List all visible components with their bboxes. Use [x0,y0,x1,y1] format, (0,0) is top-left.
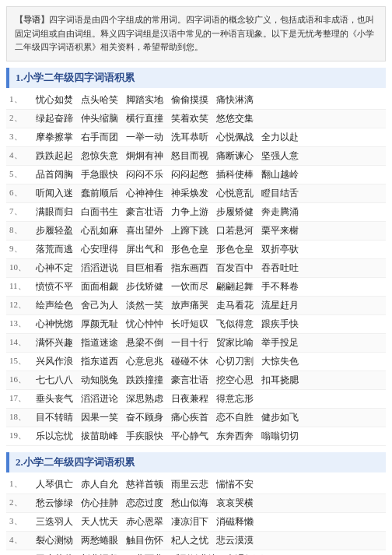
idiom-item: 因果一笑 [79,410,120,425]
idiom-item: 洗耳恭听 [170,130,210,145]
idiom-item: 滔滔迸说 [79,261,120,276]
list-item: 5、玉摩花愁新悲词段云悲雨悲感到触悲泣声泪俱下 [6,550,386,555]
idiom-item: 忧心如焚 [34,93,75,107]
idioms-group: 人琴俱亡赤人自允慈祥首顿雨里云悲惴惴不安 [34,477,383,492]
idioms-group: 三迭羽人天人忧天赤心恩翠凄凉泪下消磁释懒 [34,515,383,529]
idiom-item: 面面相觑 [79,279,120,294]
idiom-item: 一饮而尽 [170,279,210,294]
idiom-item: 两愁蜷眼 [79,533,120,548]
idiom-item: 飞似得意 [215,317,255,332]
list-item: 6、听闻入迷蠢前顺后心神神住神采焕发心悦意乱瞪目结舌 [6,184,386,203]
idiom-item: 听闻入迷 [34,186,75,201]
row-number: 4、 [9,533,34,546]
idiom-item: 翻山越岭 [260,167,300,182]
idiom-item: 三迭羽人 [34,515,75,529]
idiom-item: 舍己为人 [79,298,120,313]
row-number: 12、 [9,298,34,311]
idiom-item: 痛快淋漓 [215,93,255,107]
idiom-item: 落荒而逃 [34,242,75,257]
idiom-item: 厚颜无耻 [79,317,120,332]
idiom-item: 恋不自胜 [215,410,255,425]
idiom-item: 栗平来榭 [260,223,300,238]
idiom-item: 悠悠交集 [215,111,255,126]
idiom-item: 奔走腾涌 [260,205,300,220]
idioms-group: 满怀兴趣指道迷途悬梁不倒一目十行贸家比喻举手投足 [34,335,383,350]
row-number: 1、 [9,93,34,105]
idiom-item: 翩翩起舞 [215,279,255,294]
idiom-item: 惴惴不安 [215,477,255,492]
idiom-item: 愁云惨绿 [34,496,75,511]
idiom-item: 奋不顾身 [124,410,165,425]
idiom-item: 哀哀哭横 [215,496,255,511]
idiom-item: 力争上游 [170,205,210,220]
list-item: 16、七七八八动知脱兔跌跌撞撞豪言壮语挖空心思扣耳挠腮 [6,371,386,390]
idiom-item: 点头哈笑 [79,93,120,107]
idioms-group: 绘声绘色舍己为人淡然一笑放声痛哭走马看花流星赶月 [34,298,383,313]
idioms-group: 目不转睛因果一笑奋不顾身痛心疾首恋不自胜健步如飞 [34,410,383,425]
idioms-group: 绿起奋蹄仲头缩脑横行直撞笑着欢笑悠悠交集 [34,111,383,126]
idiom-item: 指东画西 [170,261,210,276]
idioms-group: 裂心测恸两愁蜷眼触目伤怀杞人之忧悲云漠漠 [34,533,383,548]
row-number: 15、 [9,354,34,367]
idiom-item: 裂心测恸 [34,533,75,548]
idiom-item: 心悦佩战 [215,130,255,145]
idiom-item: 豪言壮语 [124,205,165,220]
idiom-item: 笑着欢笑 [170,111,210,126]
list-item: 3、摩拳擦掌右手而团一举一动洗耳恭听心悦佩战全力以赴 [6,128,386,147]
idiom-item: 深思熟虑 [124,392,165,406]
idiom-item: 赤人自允 [79,477,120,492]
idiom-item: 嗡嗡切切 [260,429,300,444]
idiom-item: 口若悬河 [215,223,255,238]
idioms-group: 愁云惨绿仿心挂肺恋恋过度愁山似海哀哀哭横 [34,496,383,511]
idiom-item: 动知脱兔 [79,373,120,388]
idiom-item: 得意忘形 [215,392,255,406]
idiom-item: 偷偷摸摸 [170,93,210,107]
row-number: 19、 [9,429,34,441]
idiom-item: 上蹿下跳 [170,223,210,238]
idiom-item: 全力以赴 [260,130,300,145]
idiom-item: 乐以忘忧 [34,429,75,444]
idioms-group: 愤愤不平面面相觑步伐矫健一饮而尽翩翩起舞手不释卷 [34,279,383,294]
idiom-item: 悲云漠漠 [215,533,255,548]
row-number: 10、 [9,261,34,273]
row-number: 18、 [9,410,34,423]
row-number: 2、 [9,496,34,508]
idioms-group: 品首阔胸手急眼快闷闷不乐闷闷起憋插科使棒翻山越岭 [34,167,383,182]
row-number: 5、 [9,552,34,555]
idiom-item: 豪言壮语 [170,373,210,388]
row-number: 17、 [9,392,34,404]
section2-title: 2.小学二年级四字词语积累 [6,452,386,472]
row-number: 3、 [9,130,34,142]
list-item: 15、兴风作浪指东道西心意息兆碰碰不休心切刀割大惊失色 [6,353,386,371]
idiom-item: 垂头丧气 [34,392,75,406]
idiom-item: 放声痛哭 [170,298,210,313]
idiom-item: 形色仓皇 [215,242,255,257]
row-number: 5、 [9,167,34,180]
idiom-item: 玉摩花愁 [34,552,75,555]
idioms-group: 玉摩花愁新悲词段云悲雨悲感到触悲泣声泪俱下 [34,552,383,555]
idiom-item: 蠢前顺后 [79,186,120,201]
idioms-group: 听闻入迷蠢前顺后心神神住神采焕发心悦意乱瞪目结舌 [34,186,383,201]
idiom-item: 痛心疾首 [170,410,210,425]
idiom-item: 长吁短叹 [170,317,210,332]
idiom-item: 感到触悲泣 [170,552,219,555]
idiom-item: 东奔西奔 [215,429,255,444]
idiom-item: 淡然一笑 [124,298,165,313]
idiom-item: 赤心恩翠 [124,515,165,529]
idiom-item: 吞吞吐吐 [260,261,300,276]
idiom-item: 满眼而归 [34,205,75,220]
idiom-item: 跟疾手快 [260,317,300,332]
idioms-group: 摩拳擦掌右手而团一举一动洗耳恭听心悦佩战全力以赴 [34,130,383,145]
idiom-item: 心意息兆 [124,354,165,369]
row-number: 1、 [9,477,34,490]
idiom-item: 慈祥首顿 [124,477,165,492]
idiom-item: 步伐矫健 [124,279,165,294]
row-number: 3、 [9,515,34,527]
row-number: 16、 [9,373,34,385]
idiom-item: 一举一动 [124,130,165,145]
idiom-item: 脚踏实地 [124,93,165,107]
idiom-item: 平心静气 [170,429,210,444]
idiom-item: 跌跌撞撞 [124,373,165,388]
idiom-item: 新悲词段 [79,552,120,555]
idioms-group: 七七八八动知脱兔跌跌撞撞豪言壮语挖空心思扣耳挠腮 [34,373,383,388]
